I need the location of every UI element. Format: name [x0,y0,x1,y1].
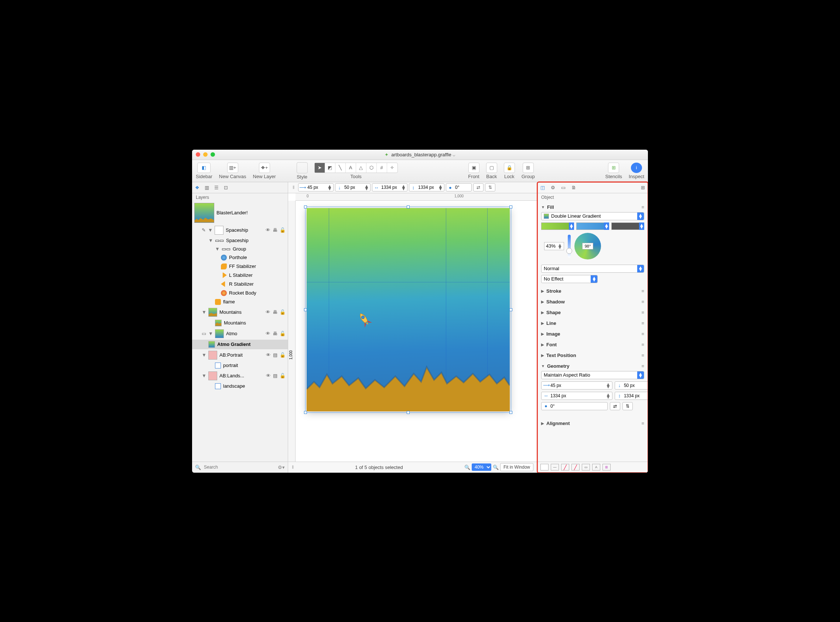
disclosure-icon[interactable]: ▼ [208,227,212,233]
flip-h-button[interactable]: ⇄ [473,183,484,191]
aspect-select[interactable]: Maintain Aspect Ratio▲▼ [541,371,644,379]
no-stroke-swatch[interactable]: — [551,464,559,471]
fill-effect-select[interactable]: No Effect▲▼ [541,275,598,283]
layer-mountains[interactable]: ▼ Mountains 👁🖶🔓 [192,306,288,318]
disclosure-icon[interactable]: ▼ [215,246,219,252]
gradient-stop-1[interactable]: ▲▼ [541,223,574,230]
inspect-button[interactable]: i [631,163,642,173]
ruler-toggle-icon[interactable]: ⦀ [290,184,297,191]
style-well[interactable] [297,162,308,173]
lock-icon[interactable]: 🔓 [280,309,286,315]
sidebar-toggle-button[interactable]: ◧ [197,163,210,173]
visibility-icon[interactable]: 👁 [266,227,270,233]
geom-x-field[interactable]: ⟶▲▼ [541,381,612,390]
canvas-row[interactable]: BlasterLander! [192,201,288,224]
geom-rot-input[interactable] [550,404,606,409]
object-landscape[interactable]: landscape [192,382,288,391]
geom-x-input[interactable] [550,383,606,388]
section-menu-icon[interactable]: ≡ [641,204,644,210]
flip-h-button[interactable]: ⇄ [610,402,620,410]
x-field[interactable]: ⟶▲▼ [298,183,333,191]
object-group[interactable]: ▼▭▭Group [192,245,288,253]
minimize-window-button[interactable] [203,152,208,157]
visibility-icon[interactable]: 👁 [266,309,270,315]
object-spaceship[interactable]: ▼▭▭Spaceship [192,236,288,245]
layer-spaceship[interactable]: ✎ ▼ Spaceship 👁🖶🔓 [192,224,288,236]
textpos-header[interactable]: ▶Text Position≡ [541,350,644,360]
geom-h-input[interactable] [624,393,648,398]
flip-v-button[interactable]: ⇅ [485,183,495,191]
geom-w-input[interactable] [550,393,606,398]
close-window-button[interactable] [196,152,200,157]
line-header[interactable]: ▶Line≡ [541,317,644,328]
zoom-select[interactable]: 40% [472,463,491,471]
flip-v-button[interactable]: ⇅ [622,402,633,410]
layer-atmo[interactable]: ▭ ▼ Atmo 👁🖶🔓 [192,328,288,340]
midpoint-field[interactable]: 43%▲▼ [544,242,564,250]
visibility-icon[interactable]: 👁 [266,331,270,336]
print-icon[interactable]: 🖶 [272,309,277,315]
point-tool[interactable]: ⬡ [367,163,377,172]
geom-y-input[interactable] [624,383,648,388]
artboard-atmo-gradient[interactable] [307,208,510,411]
new-layer-button[interactable]: ❖+ [259,163,270,173]
image-header[interactable]: ▶Image≡ [541,328,644,339]
shadow-header[interactable]: ▶Shadow≡ [541,296,644,307]
current-style-swatch[interactable] [540,464,549,471]
y-input[interactable] [344,185,364,190]
y-field[interactable]: ↓▲▼ [335,183,370,191]
title-dropdown-icon[interactable]: ⌵ [452,152,455,157]
text-tool[interactable]: A [346,163,356,172]
fit-window-button[interactable]: Fit in Window [500,463,533,471]
canvas-tab-icon[interactable]: ▭ [561,185,566,191]
grid-tab-icon[interactable]: ⊞ [641,185,645,191]
ruler-toggle-icon[interactable]: ⦀ [292,464,294,470]
shape-swatch[interactable]: ▭ [582,464,590,471]
print-icon[interactable]: 🖶 [272,227,277,233]
midpoint-slider[interactable] [568,235,571,258]
disclosure-icon[interactable]: ▼ [541,205,545,209]
canvas-viewport[interactable]: 0 1,000 1,000 [288,193,537,462]
pen-tool[interactable]: △ [356,163,367,172]
h-field[interactable]: ↕▲▼ [409,183,444,191]
blend-mode-select[interactable]: Normal▲▼ [541,265,644,273]
w-field[interactable]: ↔▲▼ [372,183,408,191]
gradient-stop-3[interactable]: ▲▼ [611,223,644,230]
h-input[interactable] [417,185,438,190]
lock-icon[interactable]: 🔓 [280,352,286,358]
shape-header[interactable]: ▶Shape≡ [541,307,644,317]
artboard-marker-icon[interactable]: ▨ [273,352,277,358]
lock-icon[interactable]: 🔓 [280,373,286,378]
print-icon[interactable]: 🖶 [272,331,277,336]
outline-tab-icon[interactable]: ☰ [214,185,219,191]
font-header[interactable]: ▶Font≡ [541,339,644,350]
crop-tool[interactable]: # [377,163,387,172]
text-style-swatch[interactable]: A [592,464,600,471]
slider-knob[interactable] [566,248,572,254]
zoom-window-button[interactable] [210,152,215,157]
visibility-icon[interactable]: 👁 [266,352,271,358]
fill-header[interactable]: ▼Fill≡ [541,201,644,212]
alignment-header[interactable]: ▶Alignment≡ [541,418,644,428]
disclosure-icon[interactable]: ▼ [202,309,206,315]
layer-ab-landscape[interactable]: ▼ AB:Lands... 👁▨🔓 [192,370,288,382]
zoom-out-icon[interactable]: 🔍 [464,465,470,470]
gradient-stop-2[interactable]: ▲▼ [576,223,609,230]
disclosure-icon[interactable]: ▼ [208,331,213,336]
object-mountains[interactable]: Mountains [192,318,288,328]
properties-tab-icon[interactable]: ⚙ [551,185,555,191]
artboard-marker-icon[interactable]: ▨ [273,373,277,378]
object-body[interactable]: Rocket Body [192,289,288,297]
bring-front-button[interactable]: ▣ [469,163,479,173]
no-image-swatch[interactable]: ╱ [571,464,580,471]
stroke-header[interactable]: ▶Stroke≡ [541,285,644,296]
object-porthole[interactable]: Porthole [192,253,288,262]
geom-w-field[interactable]: ↔▲▼ [541,392,612,400]
object-ff[interactable]: FF Stabilizer [192,262,288,271]
zoom-in-icon[interactable]: 🔍 [493,465,499,470]
lock-button[interactable]: 🔒 [504,163,515,173]
selection-tab-icon[interactable]: ⊡ [224,185,228,191]
no-shadow-swatch[interactable]: ╱ [561,464,569,471]
selection-tool[interactable]: ➤ [315,163,325,172]
disclosure-icon[interactable]: ▼ [202,373,206,378]
